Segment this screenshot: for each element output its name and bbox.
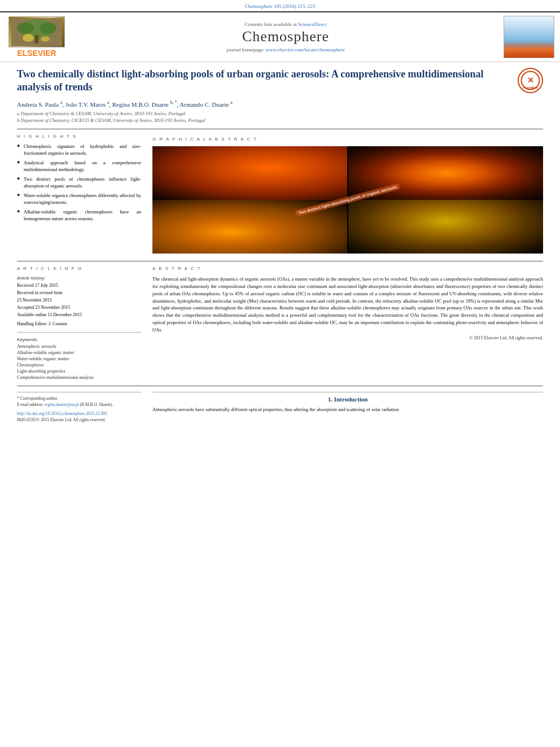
homepage-prefix: journal homepage:	[226, 47, 264, 53]
divider-top	[17, 129, 543, 129]
handling-editor: Handling Editor: J. Cousins	[17, 321, 141, 327]
bottom-left: * Corresponding author. E-mail address: …	[17, 392, 141, 422]
svg-text:CrossMark: CrossMark	[523, 86, 538, 89]
citation-bar: Chemosphere 145 (2016) 215–223	[0, 0, 560, 11]
crossmark-badge: ✕ CrossMark	[518, 68, 543, 93]
graphical-abstract-image: Two distinct light-absorbing pools of or…	[152, 146, 543, 254]
kw-1: Atmospheric aerosols	[17, 344, 141, 349]
highlights-column: H I G H L I G H T S Chromophoric signatu…	[17, 134, 141, 256]
highlight-analytical: Analytical	[24, 160, 43, 165]
highlight-item-2: Analytical approach based on a comprehen…	[17, 160, 141, 173]
kw-4: Chromophores	[17, 362, 141, 368]
bottom-section: * Corresponding author. E-mail address: …	[17, 392, 543, 422]
elsevier-brand: ELSEVIER	[17, 49, 56, 58]
email-suffix: (R.M.B.O. Duarte).	[80, 402, 113, 407]
elsevier-tree-svg	[11, 18, 62, 46]
highlight-item-1: Chromophoric signature of hydrophobic an…	[17, 143, 141, 156]
svg-point-5	[23, 34, 34, 42]
info-divider	[17, 332, 141, 333]
abstract-text: The chemical and light-absorption dynami…	[152, 276, 543, 333]
journal-center: Contents lists available at ScienceDirec…	[73, 21, 498, 53]
highlights-title: H I G H L I G H T S	[17, 134, 141, 139]
main-content: Two chemically distinct light-absorbing …	[0, 62, 560, 428]
citation-text: Chemosphere 145 (2016) 215–223	[244, 3, 315, 9]
abstract-column: A B S T R A C T The chemical and light-a…	[152, 266, 543, 381]
received-revised-label: Received in revised form	[17, 290, 141, 296]
ga-cell-4	[348, 200, 543, 254]
received-date: Received 17 July 2015	[17, 283, 141, 289]
affiliation-b: b Department of Chemistry, CICECO & CESA…	[17, 117, 543, 123]
svg-point-3	[40, 23, 56, 34]
ga-cell-1	[152, 146, 347, 200]
kw-2: Alkaline-soluble organic matter	[17, 350, 141, 355]
article-info-title: A R T I C L E I N F O	[17, 266, 141, 271]
science-direct-prefix: Contents lists available at	[245, 21, 297, 27]
highlight-item-3: Two distinct pools of chromophores influ…	[17, 176, 141, 189]
ga-bottom-row	[152, 200, 543, 254]
introduction-text: Atmospheric aerosols have substantially …	[152, 406, 543, 413]
elsevier-logo-image	[8, 16, 65, 47]
title-section: Two chemically distinct light-absorbing …	[17, 68, 543, 94]
svg-point-2	[17, 23, 34, 34]
accepted-date: Accepted 23 November 2015	[17, 305, 141, 311]
article-info-column: A R T I C L E I N F O Article history: R…	[17, 266, 141, 381]
divider-bottom	[17, 386, 543, 386]
graphical-abstract-title: G R A P H I C A L A B S T R A C T	[152, 137, 543, 142]
keywords-section: Keywords: Atmospheric aerosols Alkaline-…	[17, 337, 141, 380]
ga-top-row	[152, 146, 543, 200]
doi-link[interactable]: http://dx.doi.org/10.1016/j.chemosphere.…	[17, 411, 141, 416]
corresponding-star: * Corresponding author.	[17, 396, 58, 401]
highlight-item-5: Alkaline-soluble organic chromophores ha…	[17, 209, 141, 222]
kw-3: Water-soluble organic matter	[17, 356, 141, 361]
divider-mid	[17, 261, 543, 261]
svg-point-6	[41, 36, 50, 42]
affiliations: a Department of Chemistry & CESAM, Unive…	[17, 111, 543, 123]
bottom-right: 1. Introduction Atmospheric aerosols hav…	[152, 392, 543, 422]
science-direct-line: Contents lists available at ScienceDirec…	[73, 21, 498, 27]
introduction-title: 1. Introduction	[152, 396, 543, 403]
journal-header: ELSEVIER Contents lists available at Sci…	[0, 11, 560, 62]
copyright: © 2015 Elsevier Ltd. All rights reserved…	[152, 335, 543, 340]
homepage-line: journal homepage: www.elsevier.com/locat…	[73, 47, 498, 53]
highlights-abstract-section: H I G H L I G H T S Chromophoric signatu…	[17, 134, 543, 256]
kw-5: Light-absorbing properties	[17, 369, 141, 374]
journal-name: Chemosphere	[73, 28, 498, 45]
kw-6: Comprehensive multidimensional analysis	[17, 375, 141, 380]
highlight-item-4: Water-soluble organics chromophores diff…	[17, 193, 141, 206]
highlights-list: Chromophoric signature of hydrophobic an…	[17, 143, 141, 222]
svg-text:✕: ✕	[527, 76, 534, 85]
email-link[interactable]: regina.duarte@ua.pt	[45, 402, 79, 407]
introduction-section: 1. Introduction Atmospheric aerosols hav…	[152, 396, 543, 413]
corresponding-note: * Corresponding author. E-mail address: …	[17, 396, 141, 408]
crossmark-svg: ✕ CrossMark	[520, 71, 540, 90]
journal-thumbnail	[504, 16, 554, 58]
revised-date: 23 November 2015	[17, 298, 141, 304]
abstract-title: A B S T R A C T	[152, 266, 543, 271]
homepage-url[interactable]: www.elsevier.com/locate/chemosphere	[266, 47, 345, 53]
keywords-label: Keywords:	[17, 337, 141, 342]
graphical-abstract-column: G R A P H I C A L A B S T R A C T Two di…	[152, 134, 543, 256]
science-direct-link[interactable]: ScienceDirect	[298, 21, 326, 27]
authors: Andreia S. Paula a, João T.V. Matos a, R…	[17, 100, 543, 108]
paper-title: Two chemically distinct light-absorbing …	[17, 68, 543, 94]
article-history-label: Article history:	[17, 276, 141, 281]
elsevier-logo: ELSEVIER	[6, 16, 68, 58]
issn-text: 0045-6535/© 2015 Elsevier Ltd. All right…	[17, 417, 141, 422]
affiliation-a: a Department of Chemistry & CESAM, Unive…	[17, 111, 543, 116]
email-label: E-mail address:	[17, 402, 43, 407]
svg-rect-4	[35, 35, 38, 43]
available-date: Available online 11 December 2015	[17, 312, 141, 318]
info-abstract-section: A R T I C L E I N F O Article history: R…	[17, 266, 543, 381]
